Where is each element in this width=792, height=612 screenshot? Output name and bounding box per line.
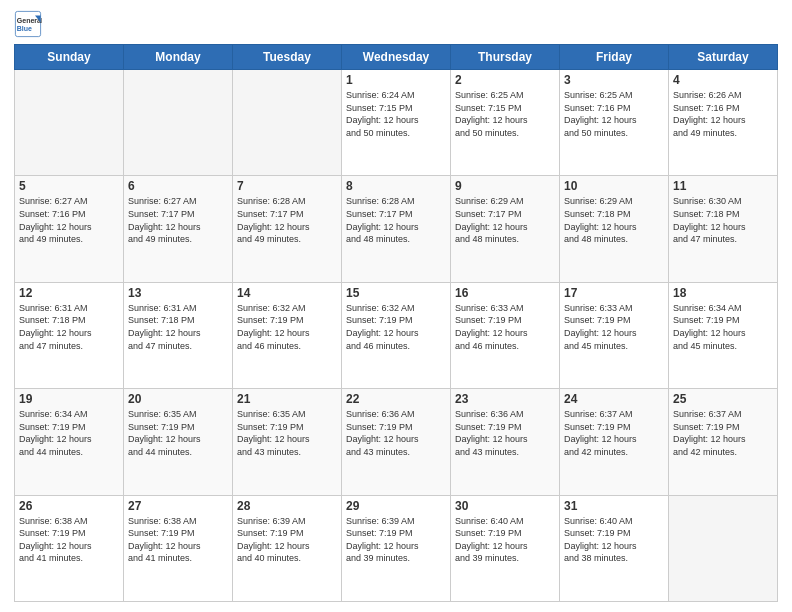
day-number: 22 [346,392,446,406]
day-info: Sunrise: 6:28 AMSunset: 7:17 PMDaylight:… [346,195,446,245]
day-number: 4 [673,73,773,87]
day-info: Sunrise: 6:32 AMSunset: 7:19 PMDaylight:… [237,302,337,352]
calendar-cell: 19Sunrise: 6:34 AMSunset: 7:19 PMDayligh… [15,389,124,495]
calendar-cell: 25Sunrise: 6:37 AMSunset: 7:19 PMDayligh… [669,389,778,495]
day-number: 9 [455,179,555,193]
svg-text:Blue: Blue [17,25,32,32]
day-number: 31 [564,499,664,513]
day-info: Sunrise: 6:31 AMSunset: 7:18 PMDaylight:… [19,302,119,352]
day-number: 16 [455,286,555,300]
day-info: Sunrise: 6:25 AMSunset: 7:16 PMDaylight:… [564,89,664,139]
day-number: 28 [237,499,337,513]
day-info: Sunrise: 6:27 AMSunset: 7:17 PMDaylight:… [128,195,228,245]
day-number: 29 [346,499,446,513]
svg-rect-0 [15,11,40,36]
day-info: Sunrise: 6:36 AMSunset: 7:19 PMDaylight:… [346,408,446,458]
day-number: 26 [19,499,119,513]
day-number: 11 [673,179,773,193]
day-info: Sunrise: 6:33 AMSunset: 7:19 PMDaylight:… [564,302,664,352]
day-info: Sunrise: 6:39 AMSunset: 7:19 PMDaylight:… [237,515,337,565]
calendar-cell: 24Sunrise: 6:37 AMSunset: 7:19 PMDayligh… [560,389,669,495]
calendar-cell: 2Sunrise: 6:25 AMSunset: 7:15 PMDaylight… [451,70,560,176]
day-number: 15 [346,286,446,300]
weekday-header-thursday: Thursday [451,45,560,70]
day-number: 25 [673,392,773,406]
day-number: 3 [564,73,664,87]
week-row-3: 12Sunrise: 6:31 AMSunset: 7:18 PMDayligh… [15,282,778,388]
day-number: 30 [455,499,555,513]
day-info: Sunrise: 6:30 AMSunset: 7:18 PMDaylight:… [673,195,773,245]
calendar-cell [15,70,124,176]
day-info: Sunrise: 6:37 AMSunset: 7:19 PMDaylight:… [673,408,773,458]
day-info: Sunrise: 6:38 AMSunset: 7:19 PMDaylight:… [128,515,228,565]
calendar-cell: 9Sunrise: 6:29 AMSunset: 7:17 PMDaylight… [451,176,560,282]
day-number: 6 [128,179,228,193]
day-number: 1 [346,73,446,87]
weekday-header-wednesday: Wednesday [342,45,451,70]
calendar-cell: 17Sunrise: 6:33 AMSunset: 7:19 PMDayligh… [560,282,669,388]
day-number: 23 [455,392,555,406]
day-number: 8 [346,179,446,193]
day-info: Sunrise: 6:32 AMSunset: 7:19 PMDaylight:… [346,302,446,352]
day-info: Sunrise: 6:40 AMSunset: 7:19 PMDaylight:… [455,515,555,565]
calendar-body: 1Sunrise: 6:24 AMSunset: 7:15 PMDaylight… [15,70,778,602]
calendar-cell: 4Sunrise: 6:26 AMSunset: 7:16 PMDaylight… [669,70,778,176]
calendar-cell: 7Sunrise: 6:28 AMSunset: 7:17 PMDaylight… [233,176,342,282]
day-info: Sunrise: 6:26 AMSunset: 7:16 PMDaylight:… [673,89,773,139]
calendar-cell: 28Sunrise: 6:39 AMSunset: 7:19 PMDayligh… [233,495,342,601]
calendar-cell: 22Sunrise: 6:36 AMSunset: 7:19 PMDayligh… [342,389,451,495]
calendar-cell: 13Sunrise: 6:31 AMSunset: 7:18 PMDayligh… [124,282,233,388]
weekday-header-saturday: Saturday [669,45,778,70]
calendar-cell: 23Sunrise: 6:36 AMSunset: 7:19 PMDayligh… [451,389,560,495]
weekday-header-tuesday: Tuesday [233,45,342,70]
page: General Blue SundayMondayTuesdayWednesda… [0,0,792,612]
day-number: 27 [128,499,228,513]
logo-icon: General Blue [14,10,42,38]
calendar-cell: 26Sunrise: 6:38 AMSunset: 7:19 PMDayligh… [15,495,124,601]
calendar-cell [669,495,778,601]
weekday-header-sunday: Sunday [15,45,124,70]
calendar-cell: 16Sunrise: 6:33 AMSunset: 7:19 PMDayligh… [451,282,560,388]
calendar-cell: 30Sunrise: 6:40 AMSunset: 7:19 PMDayligh… [451,495,560,601]
calendar-cell: 10Sunrise: 6:29 AMSunset: 7:18 PMDayligh… [560,176,669,282]
calendar-cell [124,70,233,176]
week-row-1: 1Sunrise: 6:24 AMSunset: 7:15 PMDaylight… [15,70,778,176]
day-info: Sunrise: 6:25 AMSunset: 7:15 PMDaylight:… [455,89,555,139]
calendar-cell: 14Sunrise: 6:32 AMSunset: 7:19 PMDayligh… [233,282,342,388]
calendar: SundayMondayTuesdayWednesdayThursdayFrid… [14,44,778,602]
day-info: Sunrise: 6:28 AMSunset: 7:17 PMDaylight:… [237,195,337,245]
calendar-cell: 31Sunrise: 6:40 AMSunset: 7:19 PMDayligh… [560,495,669,601]
calendar-cell: 5Sunrise: 6:27 AMSunset: 7:16 PMDaylight… [15,176,124,282]
day-number: 17 [564,286,664,300]
day-info: Sunrise: 6:31 AMSunset: 7:18 PMDaylight:… [128,302,228,352]
day-number: 24 [564,392,664,406]
day-number: 12 [19,286,119,300]
week-row-4: 19Sunrise: 6:34 AMSunset: 7:19 PMDayligh… [15,389,778,495]
day-info: Sunrise: 6:27 AMSunset: 7:16 PMDaylight:… [19,195,119,245]
day-info: Sunrise: 6:35 AMSunset: 7:19 PMDaylight:… [237,408,337,458]
header: General Blue [14,10,778,38]
calendar-cell: 21Sunrise: 6:35 AMSunset: 7:19 PMDayligh… [233,389,342,495]
day-number: 21 [237,392,337,406]
calendar-cell: 6Sunrise: 6:27 AMSunset: 7:17 PMDaylight… [124,176,233,282]
day-info: Sunrise: 6:34 AMSunset: 7:19 PMDaylight:… [673,302,773,352]
calendar-cell: 18Sunrise: 6:34 AMSunset: 7:19 PMDayligh… [669,282,778,388]
day-info: Sunrise: 6:37 AMSunset: 7:19 PMDaylight:… [564,408,664,458]
day-info: Sunrise: 6:36 AMSunset: 7:19 PMDaylight:… [455,408,555,458]
day-number: 13 [128,286,228,300]
day-info: Sunrise: 6:33 AMSunset: 7:19 PMDaylight:… [455,302,555,352]
day-number: 19 [19,392,119,406]
day-info: Sunrise: 6:39 AMSunset: 7:19 PMDaylight:… [346,515,446,565]
day-number: 2 [455,73,555,87]
day-number: 18 [673,286,773,300]
calendar-cell: 11Sunrise: 6:30 AMSunset: 7:18 PMDayligh… [669,176,778,282]
calendar-cell: 15Sunrise: 6:32 AMSunset: 7:19 PMDayligh… [342,282,451,388]
day-info: Sunrise: 6:29 AMSunset: 7:18 PMDaylight:… [564,195,664,245]
day-number: 20 [128,392,228,406]
calendar-cell: 8Sunrise: 6:28 AMSunset: 7:17 PMDaylight… [342,176,451,282]
calendar-cell: 3Sunrise: 6:25 AMSunset: 7:16 PMDaylight… [560,70,669,176]
day-number: 5 [19,179,119,193]
weekday-header-friday: Friday [560,45,669,70]
week-row-5: 26Sunrise: 6:38 AMSunset: 7:19 PMDayligh… [15,495,778,601]
day-number: 7 [237,179,337,193]
